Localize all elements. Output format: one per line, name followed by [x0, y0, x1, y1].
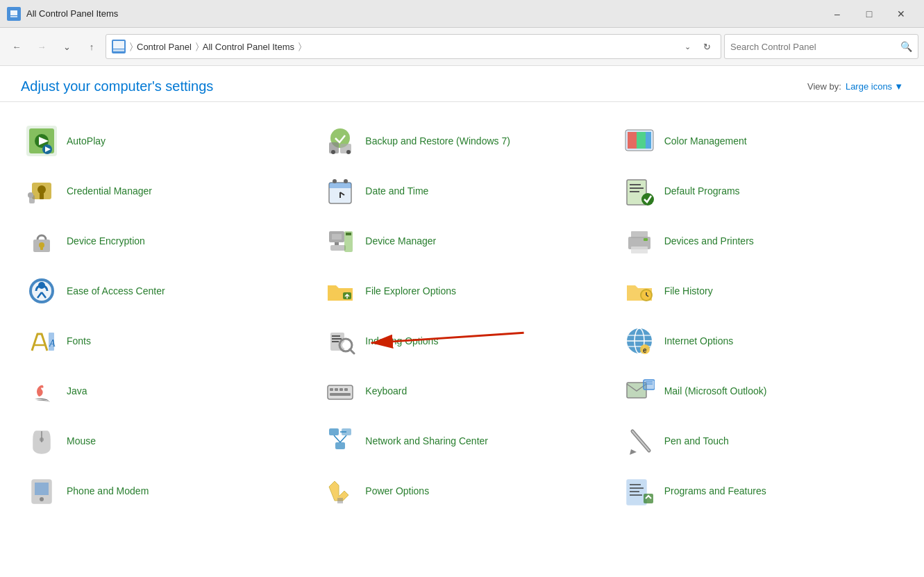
item-pentouch[interactable]: Pen and Touch: [612, 416, 910, 466]
item-keyboard[interactable]: Keyboard: [312, 366, 611, 416]
item-phone[interactable]: Phone and Modem: [14, 466, 312, 516]
network-label: Network and Sharing Center: [365, 435, 488, 447]
svg-rect-37: [630, 187, 644, 189]
svg-point-105: [40, 497, 44, 501]
java-icon: [25, 374, 58, 408]
svg-rect-111: [630, 494, 642, 496]
item-devenc[interactable]: Device Encryption: [14, 216, 312, 266]
forward-button[interactable]: →: [31, 35, 53, 58]
fileexp-label: File Explorer Options: [365, 285, 456, 297]
svg-rect-94: [329, 428, 339, 435]
address-icon: [112, 40, 126, 53]
svg-rect-84: [344, 388, 348, 391]
items-scroll-area[interactable]: AutoPlayBackup and Restore (Windows 7)Co…: [0, 102, 924, 577]
indexing-label: Indexing Options: [365, 335, 438, 347]
svg-rect-109: [630, 487, 644, 489]
item-power[interactable]: Power Options: [312, 466, 611, 516]
svg-rect-81: [330, 388, 333, 391]
item-programs[interactable]: Programs and Features: [612, 466, 910, 516]
svg-text:e: e: [643, 346, 647, 354]
breadcrumb-all-items[interactable]: All Control Panel Items: [203, 42, 294, 52]
power-icon: [324, 474, 357, 508]
keyboard-label: Keyboard: [365, 385, 407, 397]
item-devmgr[interactable]: Device Manager: [312, 216, 611, 266]
maximize-button[interactable]: □: [853, 0, 885, 28]
item-mouse[interactable]: Mouse: [14, 416, 312, 466]
svg-rect-4: [113, 41, 124, 49]
item-java[interactable]: Java: [14, 366, 312, 416]
item-fonts[interactable]: AFonts: [14, 316, 312, 366]
svg-point-39: [641, 193, 654, 206]
item-ease[interactable]: Ease of Access Center: [14, 266, 312, 316]
item-backup[interactable]: Backup and Restore (Windows 7): [312, 116, 611, 166]
svg-rect-108: [630, 484, 641, 485]
svg-rect-80: [328, 385, 353, 399]
item-default[interactable]: Default Programs: [612, 166, 910, 216]
search-icon: 🔍: [900, 41, 912, 52]
address-bar[interactable]: 〉 Control Panel 〉 All Control Panel Item…: [106, 34, 721, 59]
app-icon: [7, 7, 21, 21]
svg-rect-52: [644, 238, 648, 241]
credential-label: Credential Manager: [67, 185, 152, 197]
svg-line-101: [632, 431, 649, 451]
default-label: Default Programs: [664, 185, 740, 197]
svg-rect-29: [329, 183, 351, 188]
item-mail[interactable]: Mail (Microsoft Outlook): [612, 366, 910, 416]
svg-point-31: [344, 179, 348, 183]
svg-rect-67: [332, 335, 340, 337]
phone-icon: [25, 474, 58, 508]
svg-rect-38: [630, 191, 639, 192]
item-color[interactable]: Color Management: [612, 116, 910, 166]
color-label: Color Management: [664, 135, 747, 147]
titlebar: All Control Panel Items – □ ✕: [0, 0, 924, 28]
item-internet[interactable]: eInternet Options: [612, 316, 910, 366]
network-icon: [324, 424, 357, 458]
svg-rect-85: [330, 393, 351, 396]
close-button[interactable]: ✕: [885, 0, 917, 28]
svg-line-98: [340, 435, 346, 442]
autoplay-label: AutoPlay: [67, 135, 106, 147]
item-fileexp[interactable]: File Explorer Options: [312, 266, 611, 316]
pentouch-icon: [623, 424, 656, 458]
search-input[interactable]: [730, 42, 900, 52]
backup-icon: [324, 124, 357, 158]
item-devprint[interactable]: Devices and Printers: [612, 216, 910, 266]
view-by-dropdown[interactable]: Large icons ▼: [846, 81, 903, 92]
color-icon: [623, 124, 656, 158]
item-autoplay[interactable]: AutoPlay: [14, 116, 312, 166]
mail-label: Mail (Microsoft Outlook): [664, 385, 767, 397]
svg-point-93: [40, 437, 44, 442]
devprint-label: Devices and Printers: [664, 235, 754, 247]
back-button[interactable]: ←: [6, 35, 28, 58]
filehist-label: File History: [664, 285, 713, 297]
internet-icon: e: [623, 324, 656, 358]
svg-rect-1: [10, 10, 17, 15]
item-network[interactable]: Network and Sharing Center: [312, 416, 611, 466]
item-datetime[interactable]: Date and Time: [312, 166, 611, 216]
svg-rect-21: [646, 132, 651, 149]
svg-line-72: [350, 349, 354, 353]
item-indexing[interactable]: Indexing Options: [312, 316, 611, 366]
fileexp-icon: [324, 274, 357, 308]
svg-rect-88: [644, 380, 655, 390]
svg-point-15: [331, 150, 335, 154]
refresh-button[interactable]: ↻: [698, 38, 715, 55]
svg-rect-45: [335, 242, 339, 245]
breadcrumb-control-panel[interactable]: Control Panel: [137, 42, 192, 52]
datetime-label: Date and Time: [365, 185, 428, 197]
recent-locations-button[interactable]: ⌄: [56, 35, 78, 58]
svg-rect-83: [339, 388, 343, 391]
item-filehist[interactable]: File History: [612, 266, 910, 316]
page-title: Adjust your computer's settings: [21, 78, 213, 94]
view-by-label: View by:: [807, 81, 841, 92]
item-credential[interactable]: Credential Manager: [14, 166, 312, 216]
address-dropdown-button[interactable]: ⌄: [679, 38, 696, 55]
items-grid: AutoPlayBackup and Restore (Windows 7)Co…: [14, 116, 910, 516]
minimize-button[interactable]: –: [821, 0, 853, 28]
svg-point-26: [28, 192, 33, 198]
svg-rect-82: [335, 388, 338, 391]
toolbar: ← → ⌄ ↑ 〉 Control Panel 〉 All Control Pa…: [0, 28, 924, 66]
svg-rect-96: [335, 442, 345, 449]
ease-icon: [25, 274, 58, 308]
up-button[interactable]: ↑: [81, 35, 103, 58]
